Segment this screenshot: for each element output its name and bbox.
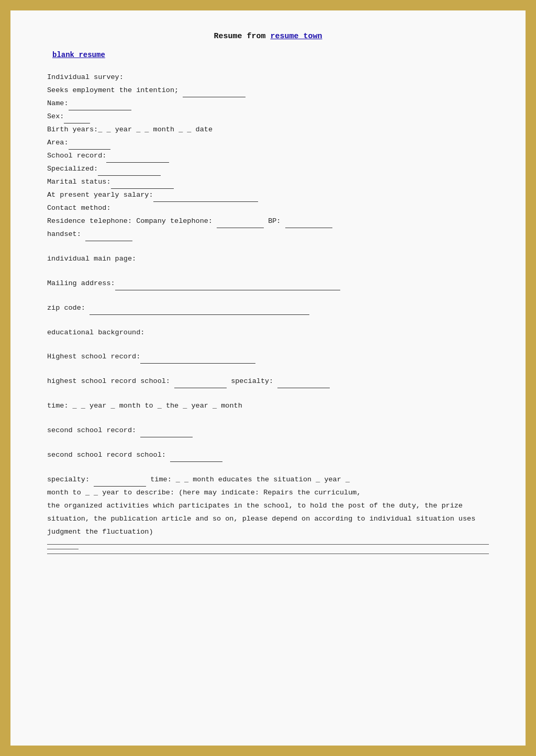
form-content: Individual survey: Seeks employment the …: [42, 71, 494, 554]
school-record-label: School record:: [47, 152, 106, 160]
header-title-text: Resume from: [214, 32, 270, 41]
mailing-address-field: [115, 283, 340, 290]
divider-line-1: [47, 544, 489, 545]
sex-line: Sex:: [47, 110, 489, 123]
individual-main-page-label: individual main page:: [47, 255, 136, 263]
second-school-record-school-field: [170, 455, 222, 462]
salary-label: At present yearly salary:: [47, 191, 153, 199]
month-to-year-line: month to _ _ year to describe: (here may…: [47, 487, 489, 500]
birth-month-label: month: [153, 126, 175, 133]
description-line: the organized activities which participa…: [47, 500, 489, 539]
area-field: [69, 142, 110, 150]
school-record-field: [106, 155, 169, 163]
specialty2-label: specialty:: [47, 476, 90, 483]
the-label: the: [166, 402, 178, 410]
seeks-employment-line: Seeks employment the intention;: [47, 84, 489, 97]
highest-school-field: [174, 381, 227, 388]
area-label: Area:: [47, 139, 69, 146]
blank-resume-section: blank resume: [42, 50, 494, 60]
highest-school-record-label: Highest school record:: [47, 353, 140, 360]
handset-field: [85, 234, 132, 241]
specialized-line: Specialized:: [47, 163, 489, 176]
footer-lines: [47, 544, 489, 554]
second-school-record-school-line: second school record school:: [47, 449, 489, 462]
marital-status-field: [111, 182, 174, 189]
residence-tel-line: Residence telephone: Company telephone: …: [47, 215, 489, 228]
zip-code-line: zip code:: [47, 302, 489, 315]
header-title: Resume from resume town: [214, 32, 322, 41]
second-school-record-field: [140, 430, 193, 437]
handset-label: handset:: [47, 230, 81, 238]
blank-resume-link[interactable]: blank resume: [52, 51, 105, 59]
second-school-record-line: second school record:: [47, 424, 489, 437]
highest-school-record-school-line: highest school record school: specialty:: [47, 375, 489, 388]
second-school-record-label: second school record:: [47, 426, 136, 434]
year-label: year: [90, 402, 106, 410]
divider-short: [47, 549, 79, 549]
sex-field: [64, 116, 90, 123]
salary-line: At present yearly salary:: [47, 189, 489, 202]
seeks-employment-label: Seeks employment the intention;: [47, 86, 178, 94]
second-school-record-school-label: second school record school:: [47, 451, 166, 459]
to-label: to: [144, 402, 153, 410]
specialty2-field: [94, 479, 146, 487]
specialized-field: [98, 168, 161, 176]
marital-status-line: Marital status:: [47, 176, 489, 189]
individual-survey-line: Individual survey:: [47, 71, 489, 84]
highest-school-record-school-label: highest school record school:: [47, 377, 170, 385]
resume-town-link[interactable]: resume town: [271, 32, 322, 41]
birth-years-line: Birth years:_ _ year _ _ month _ _ date: [47, 123, 489, 137]
bp-label: BP:: [268, 217, 281, 225]
time2-label: time:: [150, 476, 172, 483]
month2-label: month to: [47, 489, 81, 497]
year3-label: year to describe: (here may indicate: Re…: [102, 489, 361, 497]
contact-method-line: Contact method:: [47, 202, 489, 215]
zip-code-label: zip code:: [47, 304, 85, 312]
year2-label: year: [324, 476, 341, 483]
contact-method-label: Contact method:: [47, 204, 111, 212]
specialty-field: [277, 381, 330, 388]
handset-line: handset:: [47, 228, 489, 241]
specialty-time-line: specialty: time: _ _ month educates the …: [47, 473, 489, 487]
educational-background-line: educational background:: [47, 326, 489, 340]
salary-field: [153, 195, 258, 202]
month-educates-label: month educates the situation: [193, 476, 311, 483]
highest-school-record-line: Highest school record:: [47, 351, 489, 364]
seeks-employment-field: [183, 90, 245, 97]
specialty-label: specialty:: [231, 377, 273, 385]
individual-survey-label: Individual survey:: [47, 73, 124, 81]
educational-background-label: educational background:: [47, 329, 144, 336]
name-label: Name:: [47, 99, 69, 107]
mailing-address-label: Mailing address:: [47, 279, 115, 287]
mailing-address-line: Mailing address:: [47, 277, 489, 290]
header: Resume from resume town: [42, 31, 494, 41]
zip-code-field: [90, 308, 309, 315]
name-line: Name:: [47, 97, 489, 110]
sex-label: Sex:: [47, 112, 64, 120]
resume-page: Resume from resume town blank resume Ind…: [9, 9, 527, 747]
month-label: month: [119, 402, 141, 410]
divider-line-2: [47, 554, 489, 554]
bp-field: [285, 221, 332, 228]
month-label-2: month: [221, 402, 242, 410]
description-text: the organized activities which participa…: [47, 502, 475, 536]
time-line: time: _ _ year _ month to _ the _ year _…: [47, 400, 489, 413]
specialized-label: Specialized:: [47, 165, 98, 173]
marital-status-label: Marital status:: [47, 178, 111, 186]
year-label-2: year: [192, 402, 208, 410]
area-line: Area:: [47, 137, 489, 150]
name-field: [69, 103, 131, 110]
school-record-line: School record:: [47, 150, 489, 163]
birth-years-label: Birth years:: [47, 126, 98, 133]
individual-main-page-line: individual main page:: [47, 253, 489, 266]
time-label: time:: [47, 402, 69, 410]
birth-year-label: year: [115, 126, 132, 133]
company-tel-field: [217, 221, 264, 228]
residence-tel-label: Residence telephone: Company telephone:: [47, 217, 213, 225]
highest-school-record-field: [140, 356, 255, 364]
birth-date-label: date: [196, 126, 213, 133]
